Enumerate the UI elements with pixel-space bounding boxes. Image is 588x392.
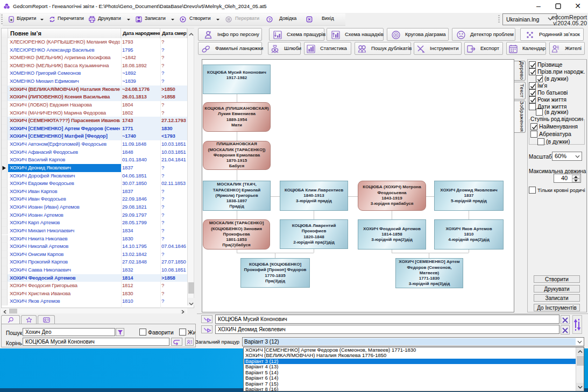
svg-text:?: ? <box>268 17 271 22</box>
